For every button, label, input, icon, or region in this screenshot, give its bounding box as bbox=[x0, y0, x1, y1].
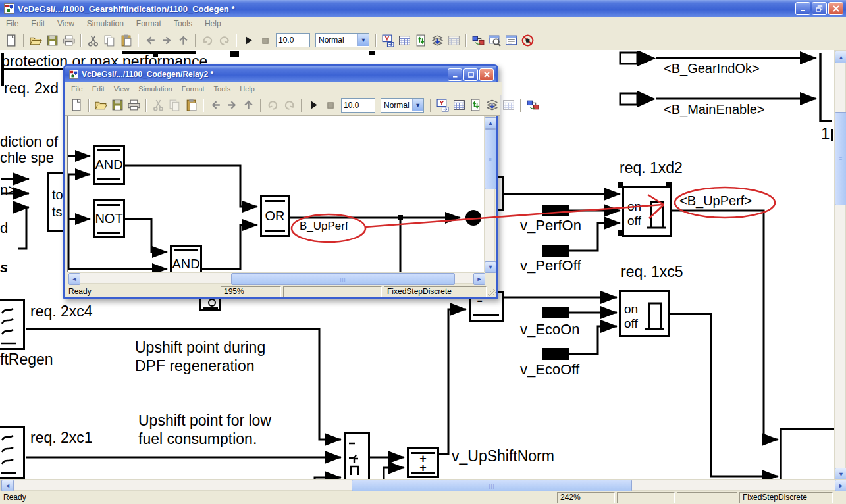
maximize-button[interactable] bbox=[463, 68, 478, 81]
block-name-2xc1[interactable]: req. 2xc1 bbox=[30, 429, 93, 447]
go-forward-icon[interactable] bbox=[225, 98, 239, 112]
scroll-right-icon[interactable]: ► bbox=[835, 480, 846, 491]
scroll-left-icon[interactable]: ◄ bbox=[1, 480, 14, 491]
library-browser-icon[interactable] bbox=[436, 98, 450, 112]
block-name-1xc5[interactable]: req. 1xc5 bbox=[621, 263, 683, 281]
annotation-dpf-line1[interactable]: Upshift point during bbox=[135, 339, 265, 357]
wire-mux-out[interactable] bbox=[820, 53, 832, 121]
wire-sum-out[interactable] bbox=[439, 309, 466, 454]
constant-v-perfon[interactable] bbox=[542, 205, 569, 216]
menu-format[interactable]: Format bbox=[182, 85, 205, 93]
build-all-icon[interactable] bbox=[485, 98, 499, 112]
save-model-icon[interactable] bbox=[111, 98, 124, 112]
wire-sum-in2[interactable] bbox=[384, 468, 404, 479]
signal-label-fragment[interactable]: n> bbox=[0, 182, 16, 199]
annotation-fuel-line1[interactable]: Upshift point for low bbox=[138, 412, 271, 430]
go-back-icon[interactable] bbox=[209, 98, 223, 112]
switch-block[interactable] bbox=[344, 432, 370, 479]
link-library-icon[interactable] bbox=[526, 98, 540, 112]
or-block[interactable]: OR bbox=[260, 195, 290, 237]
simulation-mode-select[interactable]: Normal ▼ bbox=[381, 98, 424, 113]
menu-tools[interactable]: Tools bbox=[214, 85, 231, 93]
and-block-2[interactable]: AND bbox=[170, 245, 202, 272]
start-simulation-icon[interactable] bbox=[307, 98, 321, 112]
print-icon[interactable] bbox=[127, 98, 141, 112]
relay2-hscrollbar[interactable]: ◄ ||| ► bbox=[68, 272, 484, 284]
junction-dot[interactable] bbox=[465, 210, 481, 226]
constant-v-ecoon[interactable] bbox=[542, 307, 569, 318]
wire-b-upperf-out[interactable] bbox=[672, 211, 778, 440]
block-bottom-right-edge[interactable] bbox=[781, 429, 834, 479]
and-block-1[interactable]: AND bbox=[93, 145, 125, 185]
wire-and1-or[interactable] bbox=[125, 166, 257, 207]
goto-tag-mainenable[interactable] bbox=[620, 91, 656, 107]
menu-help[interactable]: Help bbox=[240, 85, 255, 93]
relay2-vscrollbar[interactable]: ▲ ≡ ▼ bbox=[484, 116, 495, 272]
menu-view[interactable]: View bbox=[114, 85, 130, 93]
const-label-perfon[interactable]: v_PerfOn bbox=[520, 217, 581, 234]
cut-icon[interactable] bbox=[151, 98, 165, 112]
vscroll-thumb[interactable]: ≡ bbox=[835, 112, 846, 205]
annotation-fragment[interactable]: chle spe bbox=[0, 149, 54, 166]
resize-grip[interactable] bbox=[488, 288, 496, 296]
paste-icon[interactable] bbox=[184, 98, 198, 112]
relay-block-1xc5[interactable]: on off bbox=[619, 290, 670, 337]
wire-label-b-upperf[interactable]: B_UpPerf bbox=[300, 220, 348, 233]
lookup-block-2xc4[interactable] bbox=[0, 299, 25, 350]
branch-point[interactable] bbox=[398, 215, 403, 220]
goto-tag-gearindok[interactable] bbox=[620, 51, 656, 66]
copy-icon[interactable] bbox=[168, 98, 182, 112]
minimize-button[interactable] bbox=[448, 68, 462, 81]
wire-relay2-out[interactable] bbox=[670, 314, 778, 476]
main-vscrollbar[interactable]: ▲ ≡ ▼ bbox=[834, 50, 846, 479]
go-up-icon[interactable] bbox=[242, 98, 255, 112]
stop-simulation-icon[interactable] bbox=[323, 98, 337, 112]
main-hscrollbar[interactable]: ◄ ||| ► bbox=[0, 479, 846, 491]
block-name-1xd2[interactable]: req. 1xd2 bbox=[620, 159, 683, 177]
menu-file[interactable]: File bbox=[71, 85, 83, 93]
block-label-ftregen[interactable]: ftRegen bbox=[0, 351, 53, 368]
redo-icon[interactable] bbox=[282, 98, 296, 112]
undo-icon[interactable] bbox=[266, 98, 280, 112]
tag-label-mainenable[interactable]: <B_MainEnable> bbox=[664, 102, 764, 117]
scroll-right-icon[interactable]: ► bbox=[473, 273, 485, 285]
vscroll-thumb[interactable]: ≡ bbox=[485, 129, 496, 189]
constant-v-perfoff[interactable] bbox=[542, 245, 569, 257]
close-button[interactable] bbox=[479, 68, 494, 81]
hscroll-thumb[interactable]: ||| bbox=[231, 273, 455, 285]
new-model-icon[interactable] bbox=[70, 98, 84, 112]
scroll-down-icon[interactable]: ▼ bbox=[485, 261, 496, 273]
simulation-time-field[interactable] bbox=[341, 98, 375, 113]
const-label-perfoff[interactable]: v_PerfOff bbox=[520, 257, 581, 274]
const-label-ecooff[interactable]: v_EcoOff bbox=[520, 361, 579, 378]
menu-simulation[interactable]: Simulation bbox=[138, 85, 172, 93]
wire-not-and2[interactable] bbox=[125, 219, 167, 252]
update-diagram-icon[interactable] bbox=[502, 98, 516, 112]
lookup-block-2xc1[interactable] bbox=[0, 426, 25, 479]
relay2-window[interactable]: VcDeGsi/.../1100_Codegen/Relay2 * File E… bbox=[63, 64, 498, 299]
relay2-canvas[interactable]: AND NOT AND OR B_UpPerf bbox=[68, 116, 484, 272]
constant-v-ecooff[interactable] bbox=[542, 348, 569, 360]
annotation-dpf-line2[interactable]: DPF regeneration bbox=[135, 357, 255, 375]
const-label-ecoon[interactable]: v_EcoOn bbox=[520, 321, 580, 338]
annotation-fragment[interactable]: diction of bbox=[0, 134, 58, 151]
sum-block[interactable]: + + bbox=[407, 447, 439, 478]
signal-label-fragment[interactable]: s bbox=[0, 259, 8, 276]
scroll-up-icon[interactable]: ▲ bbox=[485, 117, 496, 129]
annotation-fuel-line2[interactable]: fuel consumption. bbox=[138, 430, 257, 448]
tag-label-b-upperf[interactable]: <B_UpPerf> bbox=[679, 193, 752, 209]
block-name-2xc4[interactable]: req. 2xc4 bbox=[30, 303, 93, 320]
open-model-icon[interactable] bbox=[94, 98, 108, 112]
signal-label-upshiftnorm[interactable]: v_UpShiftNorm bbox=[452, 447, 554, 465]
not-block[interactable]: NOT bbox=[93, 199, 125, 238]
wire-and2-or[interactable] bbox=[202, 225, 257, 269]
hscroll-thumb[interactable]: ||| bbox=[352, 480, 632, 491]
model-report-icon[interactable] bbox=[469, 98, 483, 112]
tag-label-gearindok[interactable]: <B_GearIndOk> bbox=[664, 61, 760, 76]
model-browser-icon[interactable] bbox=[452, 98, 466, 112]
menu-edit[interactable]: Edit bbox=[92, 85, 105, 93]
relay-block-1xd2[interactable]: on off bbox=[622, 186, 672, 237]
wire-const-left[interactable] bbox=[18, 207, 29, 249]
annotation-req-2xd[interactable]: req. 2xd bbox=[4, 80, 59, 97]
scroll-left-icon[interactable]: ◄ bbox=[68, 273, 80, 285]
